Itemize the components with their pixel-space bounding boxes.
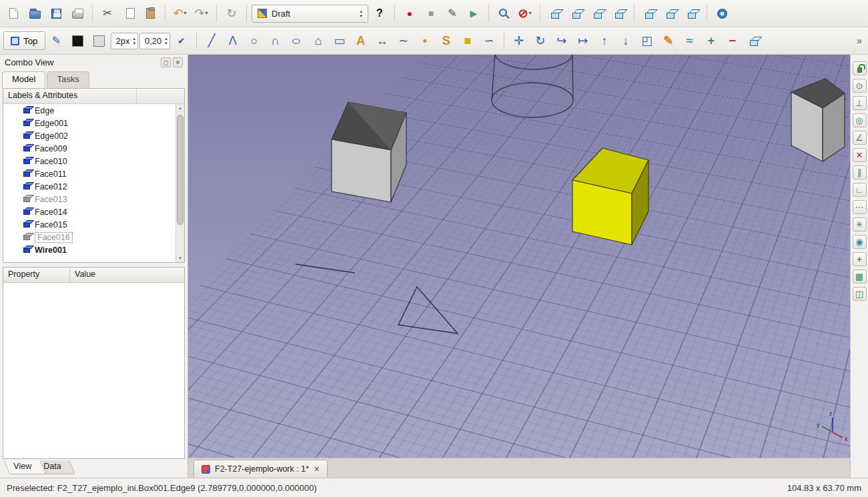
draft-scale-button[interactable]: ◰ bbox=[637, 31, 657, 51]
panel-close-button[interactable]: ✕ bbox=[173, 57, 183, 67]
snap-angle-button[interactable]: ∠ bbox=[853, 131, 867, 145]
snap-special-button[interactable]: ✳ bbox=[853, 217, 867, 231]
document-tab[interactable]: F2-T27-ejemplo-work : 1* ✕ bbox=[193, 460, 328, 478]
redo-button[interactable]: ↷▾ bbox=[191, 3, 211, 23]
line-width-select[interactable]: 2px ▴▾ bbox=[111, 33, 138, 49]
tree-item-edge001[interactable]: Edge001 bbox=[3, 117, 184, 129]
text-scale-arrows-icon[interactable]: ▴▾ bbox=[165, 36, 167, 45]
undo-button[interactable]: ↶▾ bbox=[170, 3, 190, 23]
draft-bezier-button[interactable]: ∽ bbox=[479, 31, 499, 51]
snap-near-button[interactable]: ◉ bbox=[853, 235, 867, 249]
snap-ortho-button[interactable]: + bbox=[853, 252, 867, 266]
snap-midpoint-button[interactable]: ⊥ bbox=[853, 96, 867, 110]
tree-item-face010[interactable]: Face010 bbox=[3, 155, 184, 167]
tab-view-properties[interactable]: View bbox=[3, 460, 46, 474]
object-triangle[interactable] bbox=[398, 287, 458, 334]
tree-item-face016[interactable]: Face016 bbox=[3, 231, 184, 243]
copy-button[interactable] bbox=[119, 3, 139, 23]
snap-endpoint-button[interactable]: ⊙ bbox=[853, 79, 867, 93]
line-width-arrows-icon[interactable]: ▴▾ bbox=[133, 36, 135, 45]
tree-item-face012[interactable]: Face012 bbox=[3, 180, 184, 193]
draft-text-button[interactable]: A bbox=[351, 31, 371, 51]
view-rear-button[interactable] bbox=[639, 3, 659, 23]
document-tab-close-icon[interactable]: ✕ bbox=[314, 465, 320, 474]
draft-rotate-button[interactable]: ↻ bbox=[530, 31, 550, 51]
object-open-box-left[interactable] bbox=[332, 102, 406, 202]
view-axonometric-button[interactable] bbox=[545, 3, 565, 23]
draft-facebinder-button[interactable]: ■ bbox=[458, 31, 478, 51]
tree-scrollbar[interactable]: ▴ ▾ bbox=[175, 104, 184, 262]
view-front-button[interactable] bbox=[566, 3, 586, 23]
3d-view[interactable]: z y x bbox=[188, 55, 850, 458]
draw-style-button[interactable]: ⊘▾ bbox=[515, 3, 535, 23]
draft-delete-point-button[interactable]: − bbox=[723, 31, 743, 51]
undo-dropdown-arrow[interactable]: ▾ bbox=[183, 11, 187, 16]
snap-center-button[interactable]: ◎ bbox=[853, 113, 867, 127]
toolbar-overflow-chevron[interactable]: » bbox=[854, 35, 865, 46]
line-color-swatch[interactable] bbox=[68, 31, 88, 51]
scroll-up-icon[interactable]: ▴ bbox=[176, 105, 184, 111]
whats-this-button[interactable]: ? bbox=[370, 3, 390, 23]
snap-grid-button[interactable]: ▦ bbox=[853, 270, 867, 284]
scroll-down-icon[interactable]: ▾ bbox=[176, 256, 184, 261]
object-cylinder-wireframe[interactable] bbox=[492, 55, 573, 117]
cut-button[interactable]: ✂ bbox=[97, 3, 117, 23]
view-right-button[interactable] bbox=[609, 3, 629, 23]
macro-edit-button[interactable]: ✎ bbox=[442, 3, 462, 23]
draft-shape2dview-button[interactable] bbox=[744, 31, 764, 51]
redo-dropdown-arrow[interactable]: ▾ bbox=[205, 11, 209, 16]
draft-add-point-button[interactable]: + bbox=[701, 31, 721, 51]
macro-stop-button[interactable]: ■ bbox=[421, 3, 441, 23]
working-plane-button[interactable]: Top bbox=[3, 31, 45, 50]
view-top-button[interactable] bbox=[588, 3, 608, 23]
save-button[interactable] bbox=[46, 3, 66, 23]
snap-intersection-button[interactable]: ✕ bbox=[853, 148, 867, 162]
draft-line-button[interactable]: ╱ bbox=[201, 31, 222, 51]
tree-item-face009[interactable]: Face009 bbox=[3, 142, 184, 155]
face-color-swatch[interactable] bbox=[89, 31, 109, 51]
draft-bspline-button[interactable]: ∼ bbox=[394, 31, 414, 51]
apply-style-button[interactable]: ✔ bbox=[171, 31, 191, 51]
construction-mode-button[interactable]: ✎ bbox=[47, 31, 67, 51]
draft-point-button[interactable]: • bbox=[415, 31, 435, 51]
draft-arc-button[interactable]: ∩ bbox=[266, 31, 286, 51]
tree-item-face011[interactable]: Face011 bbox=[3, 167, 184, 180]
paste-button[interactable] bbox=[140, 3, 160, 23]
object-line-segment[interactable] bbox=[296, 264, 355, 273]
draft-ellipse-button[interactable]: ○ bbox=[287, 31, 307, 51]
snap-perpendicular-button[interactable]: ∟ bbox=[853, 183, 867, 197]
tree-scrollbar-thumb[interactable] bbox=[177, 115, 183, 225]
tree-item-wire001[interactable]: Wire001 bbox=[3, 243, 184, 256]
draw-style-dropdown-arrow[interactable]: ▾ bbox=[528, 11, 532, 16]
macro-play-button[interactable]: ▶ bbox=[464, 3, 484, 23]
view-left-button[interactable] bbox=[682, 3, 702, 23]
draft-polygon-button[interactable]: ⌂ bbox=[308, 31, 328, 51]
snap-parallel-button[interactable]: ∥ bbox=[853, 165, 867, 179]
tree-item-face014[interactable]: Face014 bbox=[3, 205, 184, 218]
new-document-button[interactable] bbox=[3, 3, 23, 23]
draft-circle-button[interactable]: ○ bbox=[244, 31, 264, 51]
macro-record-button[interactable]: ● bbox=[400, 3, 420, 23]
tab-tasks[interactable]: Tasks bbox=[47, 71, 89, 88]
tree-item-edge002[interactable]: Edge002 bbox=[3, 129, 184, 142]
tab-model[interactable]: Model bbox=[2, 71, 45, 88]
draft-wire-to-bspline-button[interactable]: ≈ bbox=[680, 31, 700, 51]
snap-lock-button[interactable] bbox=[853, 61, 867, 75]
draft-trimex-button[interactable]: ↦ bbox=[573, 31, 593, 51]
object-open-box-right[interactable] bbox=[791, 79, 845, 161]
draft-edit-button[interactable]: ✎ bbox=[659, 31, 679, 51]
workbench-selector[interactable]: Draft ▴▾ bbox=[252, 5, 368, 23]
snap-working-plane-button[interactable]: ◫ bbox=[853, 287, 867, 301]
tree-header[interactable]: Labels & Attributes bbox=[3, 89, 184, 104]
panel-float-button[interactable]: ◻ bbox=[161, 57, 171, 67]
draft-downgrade-button[interactable]: ↓ bbox=[616, 31, 636, 51]
text-scale-spinbox[interactable]: 0,20 ▴▾ bbox=[139, 33, 170, 49]
value-column-header[interactable]: Value bbox=[70, 268, 184, 282]
measure-distance-button[interactable] bbox=[712, 3, 732, 23]
property-editor-body[interactable] bbox=[3, 283, 184, 458]
snap-extension-button[interactable]: ⋯ bbox=[853, 200, 867, 214]
view-bottom-button[interactable] bbox=[661, 3, 681, 23]
tree-item-face013[interactable]: Face013 bbox=[3, 193, 184, 205]
object-yellow-cube[interactable] bbox=[572, 148, 648, 245]
draft-move-button[interactable]: ✛ bbox=[509, 31, 529, 51]
